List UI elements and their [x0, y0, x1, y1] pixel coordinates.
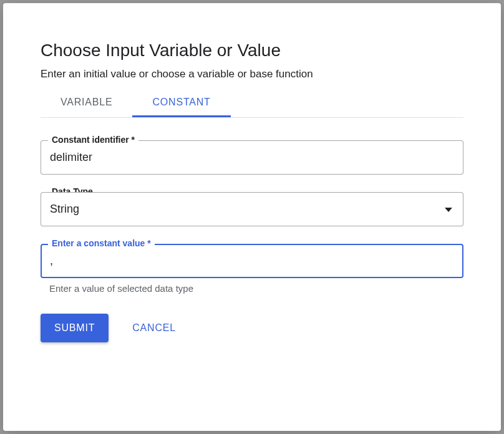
field-data-type: Data Type String — [41, 192, 463, 226]
label-constant-value: Enter a constant value * — [48, 238, 155, 248]
field-constant-identifier: Constant identifier * — [41, 140, 463, 175]
tabs: VARIABLE CONSTANT — [41, 89, 463, 118]
cancel-button[interactable]: CANCEL — [126, 314, 182, 342]
input-constant-value[interactable] — [41, 244, 463, 278]
submit-button[interactable]: SUBMIT — [41, 314, 109, 342]
dialog: Choose Input Variable or Value Enter an … — [3, 3, 501, 431]
select-data-type[interactable]: String — [41, 192, 463, 226]
helper-constant-value: Enter a value of selected data type — [41, 283, 463, 294]
dialog-title: Choose Input Variable or Value — [41, 41, 463, 60]
field-constant-value: Enter a constant value * Enter a value o… — [41, 244, 463, 294]
button-row: SUBMIT CANCEL — [41, 314, 463, 342]
input-constant-identifier[interactable] — [41, 140, 463, 175]
label-constant-identifier: Constant identifier * — [48, 135, 138, 145]
dialog-subtitle: Enter an initial value or choose a varia… — [41, 68, 463, 80]
tab-variable[interactable]: VARIABLE — [41, 89, 132, 117]
tab-constant[interactable]: CONSTANT — [132, 89, 230, 117]
